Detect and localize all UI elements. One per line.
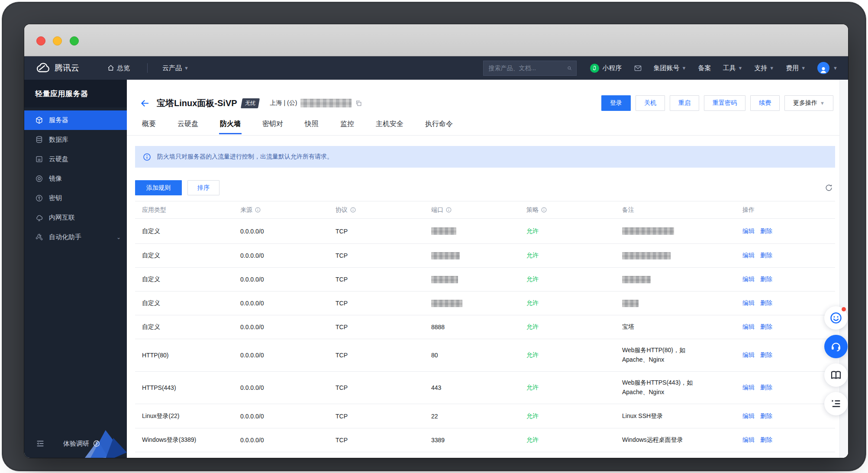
add-rule-button[interactable]: 添加规则: [135, 180, 182, 195]
cell-remark: [622, 275, 742, 284]
table-body: 自定义 0.0.0.0/0 TCP 允许: [135, 219, 835, 452]
cell-app-type: Linux登录(22): [142, 412, 240, 420]
edit-link[interactable]: 编辑: [742, 412, 755, 420]
sidebar-item-label: 内网互联: [49, 214, 75, 222]
sidebar-item[interactable]: 云硬盘 ⌄: [24, 149, 127, 169]
nav-menu-item[interactable]: 支持 ▼: [754, 64, 774, 72]
docs-button[interactable]: [824, 363, 848, 387]
sidebar-item[interactable]: 自动化助手 ⌄: [24, 227, 127, 247]
delete-link[interactable]: 删除: [760, 436, 772, 444]
nav-menu-item[interactable]: 费用 ▼: [786, 64, 806, 72]
cell-app-type: 自定义: [142, 227, 240, 235]
cell-source: 0.0.0.0/0: [240, 384, 336, 391]
edit-link[interactable]: 编辑: [742, 227, 755, 235]
header-action-button[interactable]: 重启 ▼: [670, 95, 699, 111]
sidebar-item[interactable]: 密钥 ⌄: [24, 188, 127, 208]
table-row: Windows登录(3389) 0.0.0.0/0 TCP 3389 允许 Wi…: [135, 428, 835, 452]
window-titlebar: [24, 24, 848, 56]
headset-icon: [830, 340, 842, 353]
nav-account[interactable]: ▼: [817, 62, 838, 74]
cell-policy: 允许: [526, 436, 622, 444]
cell-protocol: TCP: [336, 276, 431, 283]
sidebar-item[interactable]: 内网互联 ⌄: [24, 208, 127, 227]
nav-products[interactable]: 云产品 ▼: [162, 64, 189, 72]
avatar: [817, 62, 829, 74]
tab[interactable]: 云硬盘: [177, 120, 198, 134]
cell-policy: 允许: [526, 275, 622, 283]
feedback-smiley-button[interactable]: [824, 306, 848, 330]
delete-link[interactable]: 删除: [760, 384, 772, 392]
back-arrow-icon[interactable]: [140, 98, 150, 108]
tab[interactable]: 快照: [305, 120, 319, 134]
delete-link[interactable]: 删除: [760, 227, 772, 235]
info-icon[interactable]: [255, 207, 261, 213]
delete-link[interactable]: 删除: [760, 323, 772, 331]
feedback-list-button[interactable]: [824, 392, 848, 415]
list-icon: [830, 398, 842, 410]
nav-mini-program[interactable]: 小程序: [590, 64, 622, 73]
delete-link[interactable]: 删除: [760, 275, 772, 283]
sidebar-item[interactable]: 服务器 ⌄: [24, 110, 127, 130]
edit-link[interactable]: 编辑: [742, 384, 755, 392]
delete-link[interactable]: 删除: [760, 412, 772, 420]
minimize-button[interactable]: [53, 36, 62, 45]
cell-protocol: TCP: [336, 324, 431, 330]
info-icon[interactable]: [541, 207, 547, 213]
cell-remark: Web服务HTTP(80)，如 Apache、Nginx: [622, 346, 742, 364]
nav-menu-item[interactable]: 备案 ▼: [698, 64, 711, 72]
table-row: HTTP(80) 0.0.0.0/0 TCP 80 允许 Web服务HTTP(8…: [135, 339, 835, 372]
tab[interactable]: 防火墙: [220, 120, 241, 134]
header-action-button[interactable]: 登录 ▼: [601, 95, 631, 111]
edit-link[interactable]: 编辑: [742, 252, 755, 259]
cell-policy: 允许: [526, 323, 622, 331]
tab[interactable]: 执行命令: [425, 120, 453, 134]
nav-overview[interactable]: 总览: [107, 64, 130, 72]
delete-link[interactable]: 删除: [760, 252, 772, 259]
header-action-button[interactable]: 重置密码 ▼: [704, 95, 745, 111]
nav-menu-item[interactable]: 集团账号 ▼: [654, 64, 687, 72]
zoom-button[interactable]: [70, 36, 79, 45]
cell-source: 0.0.0.0/0: [240, 352, 336, 359]
info-icon[interactable]: [350, 207, 356, 213]
close-button[interactable]: [36, 36, 45, 45]
edit-link[interactable]: 编辑: [742, 351, 755, 359]
nav-search-box[interactable]: [483, 61, 577, 76]
info-icon[interactable]: [445, 207, 452, 213]
sidebar-item[interactable]: 镜像 ⌄: [24, 169, 127, 188]
cell-port: 3389: [431, 437, 526, 444]
nav-menu-item[interactable]: 工具 ▼: [723, 64, 742, 72]
collapse-sidebar-icon[interactable]: [35, 439, 45, 448]
header-action-button[interactable]: 续费 ▼: [750, 95, 780, 111]
column-header: 协议: [336, 206, 431, 214]
delete-link[interactable]: 删除: [760, 351, 772, 359]
cloud-logo-icon: [35, 62, 50, 74]
cell-protocol: TCP: [336, 413, 431, 420]
delete-link[interactable]: 删除: [760, 299, 772, 307]
copy-icon[interactable]: [355, 100, 362, 107]
sidebar-item-icon: [35, 155, 43, 163]
sidebar-item-icon: [35, 136, 43, 144]
edit-link[interactable]: 编辑: [742, 436, 755, 444]
sort-button[interactable]: 排序: [187, 180, 219, 195]
refresh-icon[interactable]: [825, 184, 833, 192]
tab[interactable]: 密钥对: [262, 120, 283, 134]
sidebar-item[interactable]: 数据库 ⌄: [24, 130, 127, 149]
header-action-button[interactable]: 关机 ▼: [636, 95, 665, 111]
tab[interactable]: 监控: [340, 120, 354, 134]
support-headset-button[interactable]: [824, 335, 848, 358]
mail-icon[interactable]: [634, 64, 642, 72]
survey-link[interactable]: 体验调研: [63, 440, 100, 448]
cell-source: 0.0.0.0/0: [240, 252, 336, 259]
edit-link[interactable]: 编辑: [742, 299, 755, 307]
table-row: 自定义 0.0.0.0/0 TCP 允许: [135, 268, 835, 292]
search-input[interactable]: [489, 65, 567, 71]
tab[interactable]: 主机安全: [376, 120, 403, 134]
header-action-button[interactable]: 更多操作 ▼: [784, 95, 833, 111]
search-icon[interactable]: [567, 65, 572, 72]
top-navbar: 腾讯云 总览 云产品 ▼: [24, 56, 848, 80]
tab[interactable]: 概要: [142, 120, 156, 134]
edit-link[interactable]: 编辑: [742, 275, 755, 283]
edit-link[interactable]: 编辑: [742, 323, 755, 331]
tencent-cloud-logo[interactable]: 腾讯云: [35, 62, 79, 74]
page-title: 宝塔Linux面板-SiVP: [157, 97, 237, 109]
